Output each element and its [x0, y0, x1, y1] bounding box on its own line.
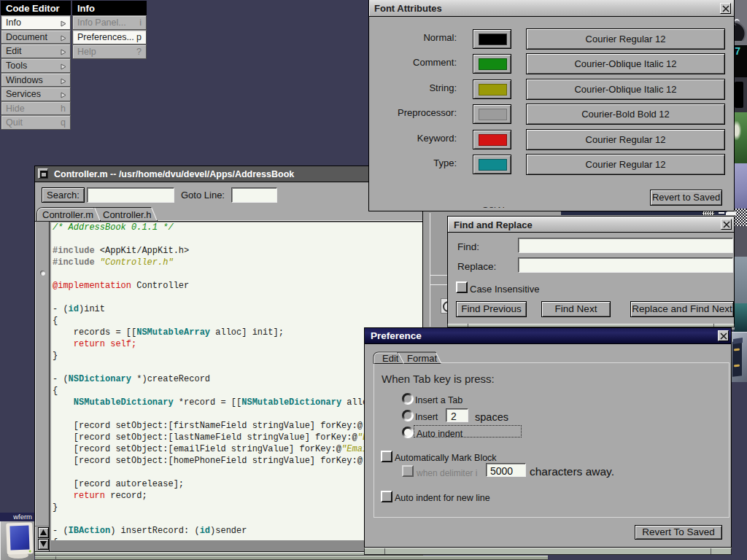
svg-text:Format: Format	[407, 353, 438, 364]
svg-text:Controller.m: Controller.m	[42, 209, 93, 220]
svg-text:Controller.h: Controller.h	[103, 209, 151, 220]
svg-text:Edit: Edit	[382, 353, 399, 364]
